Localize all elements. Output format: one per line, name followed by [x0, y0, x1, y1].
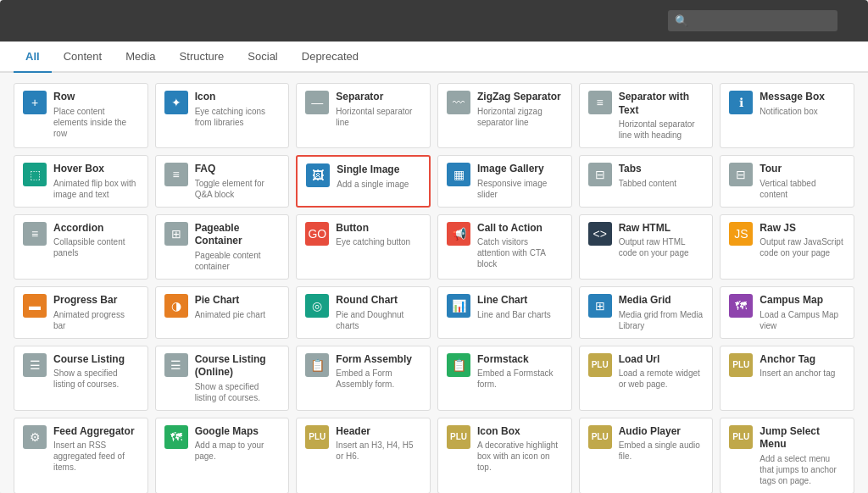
- tab-structure[interactable]: Structure: [168, 42, 236, 73]
- element-card[interactable]: PLUAnchor TagInsert an anchor tag: [720, 346, 854, 411]
- element-card[interactable]: PLUAudio PlayerEmbed a single audio file…: [579, 418, 714, 493]
- element-icon: ▬: [23, 294, 47, 318]
- element-card[interactable]: <>Raw HTMLOutput raw HTML code on your p…: [579, 214, 714, 280]
- element-card[interactable]: GOButtonEye catching button: [296, 214, 431, 280]
- element-card[interactable]: ⊞Pageable ContainerPageable content cont…: [155, 214, 290, 280]
- element-icon: ☰: [23, 353, 47, 377]
- element-card[interactable]: PLULoad UrlLoad a remote widget or web p…: [579, 346, 714, 411]
- element-info: Separator with TextHorizontal separator …: [619, 91, 704, 141]
- close-button[interactable]: [844, 19, 854, 23]
- element-info: Course Listing (Online)Show a specified …: [195, 353, 281, 403]
- element-card[interactable]: 🖼Single ImageAdd a single image: [296, 155, 431, 208]
- element-card[interactable]: ℹMessage BoxNotification box: [720, 83, 854, 148]
- element-card[interactable]: ☰Course Listing (Online)Show a specified…: [155, 346, 290, 411]
- element-info: Google MapsAdd a map to your page.: [195, 425, 281, 463]
- element-info: Anchor TagInsert an anchor tag: [760, 353, 845, 379]
- element-card[interactable]: PLUJump Select MenuAdd a select menu tha…: [720, 418, 854, 493]
- element-card[interactable]: 📋Form AssemblyEmbed a Form Assembly form…: [296, 346, 431, 411]
- element-info: SeparatorHorizontal separator line: [336, 91, 421, 128]
- tab-media[interactable]: Media: [114, 42, 167, 73]
- element-icon: JS: [729, 222, 753, 246]
- element-card[interactable]: ⊟TabsTabbed content: [579, 155, 714, 208]
- element-card[interactable]: +RowPlace content elements inside the ro…: [14, 83, 148, 148]
- element-card[interactable]: ⚙Feed AggregatorInsert an RSS aggregated…: [14, 418, 148, 493]
- element-card[interactable]: ▦Image GalleryResponsive image slider: [437, 155, 572, 208]
- element-icon: ◑: [164, 294, 188, 318]
- element-icon: PLU: [588, 353, 612, 377]
- element-name: Message Box: [760, 91, 845, 104]
- element-desc: Show a specified listing of courses.: [53, 368, 139, 390]
- element-name: Icon Box: [477, 425, 563, 439]
- element-desc: Insert an RSS aggregated feed of items.: [53, 440, 139, 473]
- element-name: Audio Player: [619, 425, 704, 439]
- element-card[interactable]: ≡FAQToggle element for Q&A block: [155, 155, 290, 208]
- element-desc: Load a remote widget or web page.: [619, 368, 704, 390]
- element-name: Line Chart: [477, 294, 563, 307]
- element-card[interactable]: JSRaw JSOutput raw JavaScript code on yo…: [720, 214, 854, 280]
- element-card[interactable]: 📋FormstackEmbed a Formstack form.: [437, 346, 572, 411]
- element-card[interactable]: ◑Pie ChartAnimated pie chart: [155, 286, 290, 339]
- search-input[interactable]: [668, 10, 837, 31]
- element-card[interactable]: PLUHeaderInsert an H3, H4, H5 or H6.: [296, 418, 431, 493]
- element-icon: ⊞: [588, 294, 612, 318]
- tab-all[interactable]: All: [14, 42, 52, 73]
- tab-content[interactable]: Content: [52, 42, 114, 73]
- element-card[interactable]: ⊞Media GridMedia grid from Media Library: [579, 286, 714, 339]
- element-card[interactable]: 〰ZigZag SeparatorHorizontal zigzag separ…: [437, 83, 572, 148]
- element-icon: ◎: [305, 294, 329, 318]
- element-name: Call to Action: [477, 222, 563, 235]
- element-icon: PLU: [729, 425, 753, 449]
- element-info: ButtonEye catching button: [336, 222, 421, 248]
- element-card[interactable]: 📊Line ChartLine and Bar charts: [437, 286, 572, 339]
- tab-social[interactable]: Social: [236, 42, 289, 73]
- modal-header: 🔍: [0, 0, 868, 42]
- element-card[interactable]: ≡Separator with TextHorizontal separator…: [579, 83, 714, 148]
- element-card[interactable]: 🗺Google MapsAdd a map to your page.: [155, 418, 290, 493]
- element-desc: Embed a Formstack form.: [477, 368, 563, 390]
- element-name: Anchor Tag: [760, 353, 845, 367]
- element-card[interactable]: ✦IconEye catching icons from libraries: [155, 83, 290, 148]
- element-name: Icon: [195, 91, 281, 104]
- element-desc: Eye catching icons from libraries: [195, 106, 281, 128]
- element-name: Campus Map: [760, 294, 845, 307]
- add-element-modal: 🔍 AllContentMediaStructureSocialDeprecat…: [0, 0, 868, 493]
- element-desc: Horizontal zigzag separator line: [477, 106, 563, 128]
- element-card[interactable]: ◎Round ChartPie and Doughnut charts: [296, 286, 431, 339]
- element-card[interactable]: —SeparatorHorizontal separator line: [296, 83, 431, 148]
- element-info: Image GalleryResponsive image slider: [477, 163, 563, 200]
- element-name: Header: [336, 425, 421, 439]
- element-desc: Add a select menu that jumps to anchor t…: [760, 453, 845, 486]
- element-name: Media Grid: [619, 294, 704, 307]
- element-desc: Show a specified listing of courses.: [195, 381, 281, 403]
- element-desc: Horizontal separator line: [336, 106, 421, 128]
- element-card[interactable]: ☰Course ListingShow a specified listing …: [14, 346, 148, 411]
- element-desc: Embed a Form Assembly form.: [336, 368, 421, 390]
- element-desc: Animated flip box with image and text: [53, 178, 139, 200]
- element-card[interactable]: ⬚Hover BoxAnimated flip box with image a…: [14, 155, 148, 208]
- element-name: Button: [336, 222, 421, 235]
- element-icon: PLU: [305, 425, 329, 449]
- element-card[interactable]: 📢Call to ActionCatch visitors attention …: [437, 214, 572, 280]
- element-name: Pageable Container: [195, 222, 281, 248]
- element-info: FAQToggle element for Q&A block: [195, 163, 281, 200]
- tab-deprecated[interactable]: Deprecated: [290, 42, 370, 73]
- element-card[interactable]: PLUIcon BoxA decorative highlight box wi…: [437, 418, 572, 493]
- element-desc: Horizontal separator line with heading: [619, 119, 704, 141]
- element-name: Progress Bar: [53, 294, 139, 307]
- element-card[interactable]: ⊟TourVertical tabbed content: [720, 155, 854, 208]
- element-info: HeaderInsert an H3, H4, H5 or H6.: [336, 425, 421, 463]
- element-desc: Toggle element for Q&A block: [195, 178, 281, 200]
- element-desc: Embed a single audio file.: [619, 440, 704, 462]
- elements-grid-area: +RowPlace content elements inside the ro…: [0, 73, 868, 493]
- element-info: Pageable ContainerPageable content conta…: [195, 222, 281, 272]
- element-name: Feed Aggregator: [53, 425, 139, 439]
- element-name: Tabs: [619, 163, 704, 176]
- element-card[interactable]: 🗺Campus MapLoad a Campus Map view: [720, 286, 854, 339]
- element-card[interactable]: ≡AccordionCollapsible content panels: [14, 214, 148, 280]
- element-desc: Collapsible content panels: [53, 236, 139, 258]
- element-card[interactable]: ▬Progress BarAnimated progress bar: [14, 286, 148, 339]
- element-name: Row: [53, 91, 139, 104]
- element-info: FormstackEmbed a Formstack form.: [477, 353, 563, 391]
- element-info: AccordionCollapsible content panels: [53, 222, 139, 259]
- element-info: Round ChartPie and Doughnut charts: [336, 294, 421, 331]
